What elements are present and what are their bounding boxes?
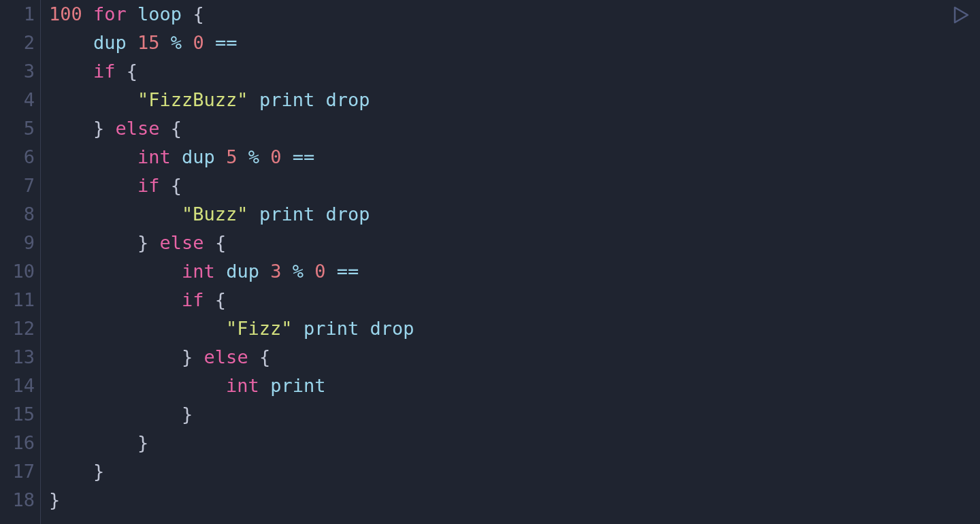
token-ident: drop [325,89,370,110]
token-ident: drop [370,318,414,339]
line-number: 12 [0,314,35,343]
token-type: int [226,375,259,396]
token-punct: } [137,432,148,453]
token-punct: } [182,346,193,367]
token-kw: if [182,289,204,310]
line-number: 8 [0,200,35,229]
code-editor[interactable]: 123456789101112131415161718 100 for loop… [0,0,980,524]
token-punct: { [193,3,203,24]
token-num: 0 [193,32,203,53]
line-number: 16 [0,429,35,457]
code-line[interactable]: } [49,457,980,486]
line-number: 3 [0,57,35,86]
code-line[interactable]: if { [49,57,980,86]
token-op: % [248,146,259,167]
token-str: "FizzBuzz" [137,89,248,110]
token-ident: dup [226,261,259,282]
token-kw: if [137,175,160,196]
code-line[interactable]: } [49,486,980,514]
line-number-gutter: 123456789101112131415161718 [0,0,41,524]
token-num: 0 [314,261,325,282]
token-num: 15 [137,32,160,53]
code-line[interactable]: 100 for loop { [49,0,980,29]
token-punct: { [215,289,226,310]
line-number: 14 [0,372,35,400]
line-number: 11 [0,286,35,314]
code-line[interactable]: if { [49,171,980,200]
code-line[interactable]: } else { [49,343,980,372]
line-number: 7 [0,171,35,200]
token-ident: drop [325,203,370,225]
code-line[interactable]: } else { [49,229,980,257]
token-ident: print [270,375,325,396]
token-punct: } [182,404,193,425]
code-line[interactable]: } [49,400,980,429]
code-line[interactable]: "Buzz" print drop [49,200,980,229]
token-punct: { [171,175,182,196]
code-line[interactable]: if { [49,286,980,314]
line-number: 18 [0,486,35,514]
token-ident: print [259,203,314,225]
token-punct: } [93,118,104,139]
token-kw: if [93,61,116,82]
token-punct: } [93,461,104,482]
token-num: 5 [226,146,237,167]
code-line[interactable]: } else { [49,114,980,143]
code-line[interactable]: dup 15 % 0 == [49,29,980,57]
line-number: 13 [0,343,35,372]
line-number: 6 [0,143,35,171]
run-button[interactable] [951,5,970,24]
token-type: int [137,146,171,167]
token-op: % [171,32,182,53]
code-line[interactable]: int dup 5 % 0 == [49,143,980,171]
token-str: "Buzz" [182,203,248,225]
token-num: 100 [49,3,82,24]
token-punct: { [127,61,137,82]
token-ident: dup [93,32,127,53]
line-number: 2 [0,29,35,57]
token-punct: { [215,232,226,253]
token-kw: else [204,346,248,367]
token-punct: } [137,232,148,253]
code-line[interactable]: } [49,429,980,457]
token-num: 0 [270,146,281,167]
token-op: % [293,261,304,282]
play-icon [953,6,969,24]
token-kw: else [160,232,204,253]
token-str: "Fizz" [226,318,293,339]
token-op: == [293,146,315,167]
token-ident: print [304,318,359,339]
line-number: 17 [0,457,35,486]
code-line[interactable]: int print [49,372,980,400]
token-num: 3 [270,261,281,282]
line-number: 4 [0,86,35,114]
token-punct: { [259,346,270,367]
token-ident: loop [137,3,182,24]
line-number: 5 [0,114,35,143]
token-ident: print [259,89,314,110]
code-line[interactable]: "FizzBuzz" print drop [49,86,980,114]
line-number: 10 [0,257,35,286]
code-area[interactable]: 100 for loop { dup 15 % 0 == if { "FizzB… [41,0,980,524]
token-op: == [337,261,359,282]
code-line[interactable]: int dup 3 % 0 == [49,257,980,286]
token-type: int [182,261,215,282]
line-number: 9 [0,229,35,257]
line-number: 1 [0,0,35,29]
token-ident: dup [182,146,215,167]
token-op: == [215,32,238,53]
token-kw: for [93,3,127,24]
token-punct: { [171,118,182,139]
line-number: 15 [0,400,35,429]
token-punct: } [49,489,60,510]
code-line[interactable]: "Fizz" print drop [49,314,980,343]
token-kw: else [116,118,160,139]
